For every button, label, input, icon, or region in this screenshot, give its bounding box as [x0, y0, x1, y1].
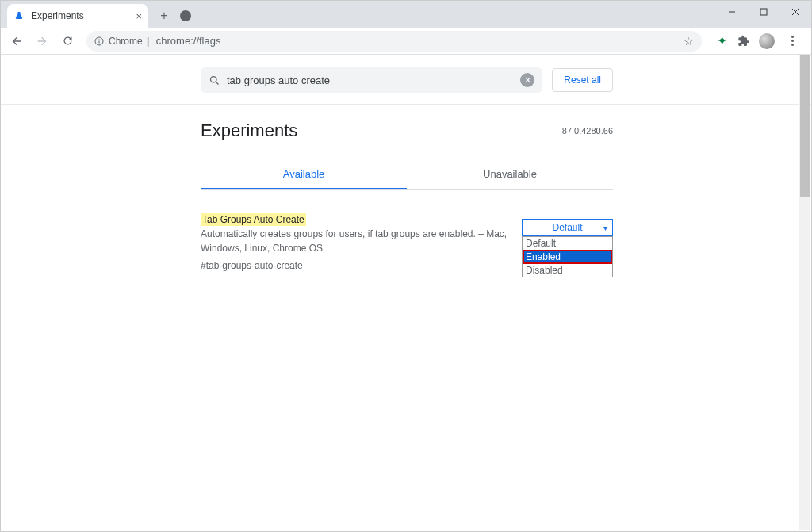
flag-text: Tab Groups Auto Create Automatically cre…: [201, 212, 509, 273]
url-text: chrome://flags: [156, 35, 221, 47]
site-chip[interactable]: Chrome |: [94, 36, 150, 47]
flag-select[interactable]: Default: [522, 219, 613, 236]
search-box[interactable]: ✕: [201, 67, 542, 93]
clear-search-icon[interactable]: ✕: [520, 73, 534, 87]
flask-icon: [13, 10, 25, 21]
maximize-button[interactable]: [748, 1, 779, 23]
search-icon: [209, 75, 220, 86]
scrollbar-thumb[interactable]: [800, 55, 810, 197]
reload-button[interactable]: [56, 30, 79, 52]
window-controls: [716, 1, 811, 23]
dropdown-option-disabled[interactable]: Disabled: [523, 264, 612, 277]
tab-unavailable[interactable]: Unavailable: [407, 160, 613, 189]
flag-select-value: Default: [552, 222, 582, 233]
svg-point-5: [98, 39, 99, 40]
browser-tab[interactable]: Experiments ×: [7, 4, 148, 28]
page-title: Experiments: [201, 121, 297, 141]
window-titlebar: Experiments × +: [1, 1, 811, 28]
tab-search-button[interactable]: [180, 10, 191, 21]
address-bar[interactable]: Chrome | chrome://flags ☆: [86, 31, 702, 52]
tab-nav: Available Unavailable: [201, 160, 613, 190]
dropdown-option-default[interactable]: Default: [523, 237, 612, 250]
flag-name: Tab Groups Auto Create: [201, 213, 306, 226]
extensions-puzzle-icon[interactable]: [737, 34, 751, 48]
profile-avatar[interactable]: [759, 33, 775, 49]
dropdown-option-enabled[interactable]: Enabled: [523, 250, 612, 264]
search-input[interactable]: [227, 75, 520, 86]
browser-toolbar: Chrome | chrome://flags ☆ ✦: [1, 28, 811, 55]
tab-title: Experiments: [31, 10, 84, 21]
close-tab-icon[interactable]: ×: [136, 10, 142, 22]
back-button[interactable]: [6, 30, 28, 52]
svg-point-7: [211, 76, 217, 82]
flag-select-wrap: Default Default Enabled Disabled: [522, 219, 613, 273]
flag-description: Automatically creates groups for users, …: [201, 228, 507, 254]
reset-all-button[interactable]: Reset all: [552, 68, 613, 92]
search-row: ✕ Reset all: [201, 58, 613, 102]
extension-icon[interactable]: ✦: [714, 34, 729, 48]
version-text: 87.0.4280.66: [562, 126, 613, 136]
vertical-scrollbar[interactable]: [799, 55, 810, 530]
bookmark-star-icon[interactable]: ☆: [684, 35, 694, 48]
extension-icons: ✦: [710, 33, 806, 49]
forward-button[interactable]: [31, 30, 53, 52]
title-row: Experiments 87.0.4280.66: [201, 105, 613, 141]
svg-rect-1: [760, 9, 767, 15]
new-tab-button[interactable]: +: [155, 6, 174, 25]
flag-hash-link[interactable]: #tab-groups-auto-create: [201, 258, 303, 273]
info-icon: [94, 36, 104, 46]
omnibox-chip-label: Chrome: [109, 36, 143, 47]
svg-line-8: [216, 82, 218, 84]
flag-dropdown: Default Enabled Disabled: [522, 236, 613, 277]
browser-menu-button[interactable]: [783, 36, 802, 46]
svg-rect-6: [99, 40, 100, 43]
close-window-button[interactable]: [779, 1, 811, 23]
page-content: ✕ Reset all Experiments 87.0.4280.66 Ava…: [1, 55, 812, 531]
flag-row: Tab Groups Auto Create Automatically cre…: [201, 190, 613, 273]
tab-available[interactable]: Available: [201, 160, 407, 189]
minimize-button[interactable]: [716, 1, 748, 23]
